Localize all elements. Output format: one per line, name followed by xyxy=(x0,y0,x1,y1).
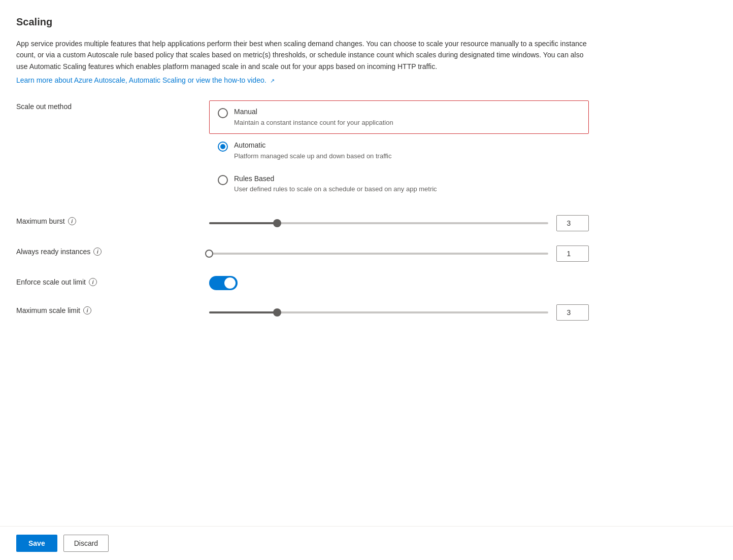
enforce-scale-row: Enforce scale out limit i xyxy=(16,276,589,290)
scale-out-options: Manual Maintain a constant instance coun… xyxy=(209,100,589,200)
always-ready-slider-row xyxy=(209,246,589,262)
max-scale-slider-thumb[interactable] xyxy=(273,308,281,317)
enforce-scale-toggle-slider xyxy=(209,276,238,290)
radio-manual-title: Manual xyxy=(234,107,393,117)
max-scale-label-text: Maximum scale limit xyxy=(16,306,80,314)
always-ready-row: Always ready instances i xyxy=(16,246,589,262)
external-link-icon: ↗ xyxy=(270,78,275,84)
always-ready-slider-track-container[interactable] xyxy=(209,249,548,259)
max-burst-control xyxy=(209,215,589,231)
radio-option-rules-based[interactable]: Rules Based User defined rules to scale … xyxy=(209,167,589,201)
max-scale-label: Maximum scale limit i xyxy=(16,304,209,314)
radio-automatic-title: Automatic xyxy=(234,141,392,151)
max-scale-slider-fill xyxy=(209,311,277,313)
max-scale-slider-track xyxy=(209,311,548,313)
max-scale-slider-track-container[interactable] xyxy=(209,307,548,318)
max-burst-slider-thumb[interactable] xyxy=(273,219,281,227)
enforce-scale-control xyxy=(209,276,589,290)
radio-manual-desc: Maintain a constant instance count for y… xyxy=(234,118,393,127)
max-burst-label: Maximum burst i xyxy=(16,215,209,225)
radio-option-automatic[interactable]: Automatic Platform managed scale up and … xyxy=(209,134,589,167)
learn-more-link[interactable]: Learn more about Azure Autoscale, Automa… xyxy=(16,76,275,84)
scale-out-method-row: Scale out method Manual Maintain a const… xyxy=(16,100,589,200)
max-burst-slider-track-container[interactable] xyxy=(209,218,548,228)
max-burst-label-text: Maximum burst xyxy=(16,217,65,225)
radio-rules-text: Rules Based User defined rules to scale … xyxy=(234,174,437,194)
radio-rules-desc: User defined rules to scale on a schedul… xyxy=(234,185,437,194)
always-ready-info-icon[interactable]: i xyxy=(93,248,102,256)
always-ready-slider-thumb[interactable] xyxy=(205,250,213,258)
radio-rules-title: Rules Based xyxy=(234,174,437,184)
enforce-scale-info-icon[interactable]: i xyxy=(89,278,97,286)
always-ready-label-text: Always ready instances xyxy=(16,248,90,256)
radio-option-manual[interactable]: Manual Maintain a constant instance coun… xyxy=(209,100,589,134)
max-burst-slider-fill xyxy=(209,222,277,224)
max-scale-row: Maximum scale limit i xyxy=(16,304,589,321)
max-burst-info-icon[interactable]: i xyxy=(68,217,76,225)
radio-manual-text: Manual Maintain a constant instance coun… xyxy=(234,107,393,127)
max-burst-row: Maximum burst i xyxy=(16,215,589,231)
always-ready-label: Always ready instances i xyxy=(16,246,209,256)
scale-out-label-text: Scale out method xyxy=(16,102,72,111)
radio-automatic-desc: Platform managed scale up and down based… xyxy=(234,152,392,161)
radio-automatic-text: Automatic Platform managed scale up and … xyxy=(234,141,392,161)
discard-button[interactable]: Discard xyxy=(63,535,109,552)
max-scale-info-icon[interactable]: i xyxy=(83,306,91,314)
enforce-scale-label-text: Enforce scale out limit xyxy=(16,278,86,286)
radio-rules-input[interactable] xyxy=(218,175,228,185)
max-scale-control xyxy=(209,304,589,321)
page-title: Scaling xyxy=(16,16,589,28)
enforce-scale-toggle-container xyxy=(209,276,589,290)
max-burst-slider-track xyxy=(209,222,548,224)
max-burst-number-input[interactable] xyxy=(556,215,589,231)
learn-more-text: Learn more about Azure Autoscale, Automa… xyxy=(16,76,266,84)
max-burst-slider-row xyxy=(209,215,589,231)
scale-out-method-label: Scale out method xyxy=(16,100,209,111)
enforce-scale-toggle[interactable] xyxy=(209,276,238,290)
radio-automatic-input[interactable] xyxy=(218,142,228,152)
radio-manual-input[interactable] xyxy=(218,108,228,118)
bottom-action-bar: Save Discard xyxy=(0,526,733,560)
max-scale-slider-row xyxy=(209,304,589,321)
enforce-scale-label: Enforce scale out limit i xyxy=(16,276,209,286)
max-scale-number-input[interactable] xyxy=(556,304,589,321)
radio-options-list: Manual Maintain a constant instance coun… xyxy=(209,100,589,200)
always-ready-slider-track xyxy=(209,253,548,255)
page-description: App service provides multiple features t… xyxy=(16,38,589,72)
save-button[interactable]: Save xyxy=(16,535,57,552)
always-ready-number-input[interactable] xyxy=(556,246,589,262)
always-ready-control xyxy=(209,246,589,262)
